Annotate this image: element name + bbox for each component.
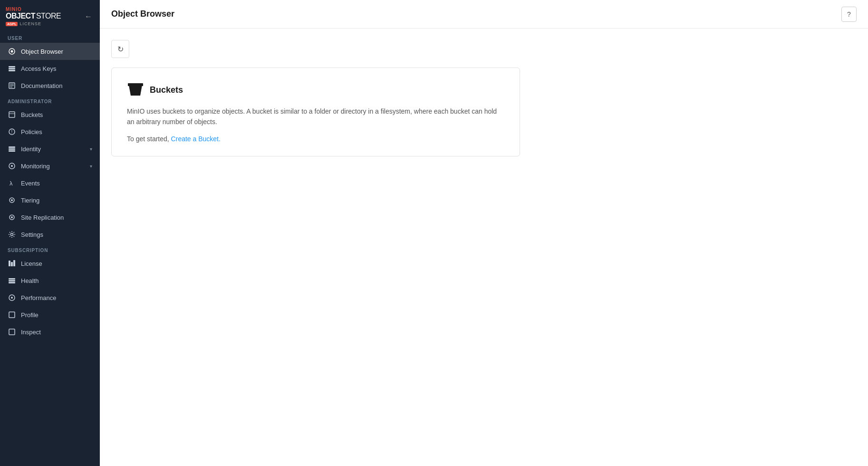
logo-object-text: OBJECT xyxy=(6,12,35,20)
content-area: ↻ Buckets MinIO uses buckets to organize… xyxy=(100,29,868,466)
sidebar-item-object-browser[interactable]: Object Browser xyxy=(0,43,100,60)
info-card-action: To get started, Create a Bucket. xyxy=(127,135,504,143)
tiering-label: Tiering xyxy=(21,197,92,204)
sidebar: MINIO OBJECT STORE AGPL LICENSE ← User O… xyxy=(0,0,100,466)
info-card-header: Buckets xyxy=(127,81,504,98)
create-bucket-link[interactable]: Create a Bucket. xyxy=(171,135,221,143)
sidebar-item-inspect[interactable]: Inspect xyxy=(0,323,100,340)
health-label: Health xyxy=(21,277,92,284)
svg-rect-3 xyxy=(9,68,15,69)
svg-rect-24 xyxy=(9,261,10,266)
profile-label: Profile xyxy=(21,311,92,319)
svg-rect-26 xyxy=(13,260,15,266)
access-keys-label: Access Keys xyxy=(21,65,92,72)
sidebar-item-settings[interactable]: Settings xyxy=(0,226,100,243)
monitoring-label: Monitoring xyxy=(21,163,85,170)
logo-minio-text: MINIO xyxy=(6,7,22,12)
site-replication-icon xyxy=(8,213,16,222)
access-keys-icon xyxy=(8,64,16,73)
tiering-icon xyxy=(8,196,16,204)
settings-icon xyxy=(8,230,16,239)
sidebar-item-health[interactable]: Health xyxy=(0,272,100,289)
identity-icon xyxy=(8,145,16,153)
monitoring-icon xyxy=(8,162,16,170)
inspect-label: Inspect xyxy=(21,329,92,336)
inspect-icon xyxy=(8,328,16,336)
svg-rect-4 xyxy=(9,70,15,71)
svg-rect-29 xyxy=(9,282,15,283)
main-content: Object Browser ? ↻ Buckets MinIO uses bu… xyxy=(100,0,868,466)
identity-chevron-icon: ▾ xyxy=(90,146,92,152)
license-label: License xyxy=(21,260,92,267)
refresh-button[interactable]: ↻ xyxy=(111,40,129,58)
svg-rect-28 xyxy=(9,280,15,282)
sidebar-item-documentation[interactable]: Documentation xyxy=(0,77,100,94)
sidebar-item-performance[interactable]: Performance xyxy=(0,289,100,306)
license-icon xyxy=(8,259,16,268)
sidebar-item-license[interactable]: License xyxy=(0,255,100,272)
sidebar-section-subscription-label: Subscription xyxy=(0,243,100,255)
events-icon: λ xyxy=(8,179,16,187)
logo-agpl-badge: AGPL xyxy=(6,22,18,26)
sidebar-item-monitoring[interactable]: Monitoring ▾ xyxy=(0,157,100,175)
buckets-icon xyxy=(8,110,16,119)
svg-point-31 xyxy=(11,297,13,299)
events-label: Events xyxy=(21,180,92,187)
sidebar-item-access-keys[interactable]: Access Keys xyxy=(0,60,100,77)
svg-rect-34 xyxy=(128,83,143,86)
svg-rect-14 xyxy=(9,148,15,150)
performance-icon xyxy=(8,293,16,302)
logo-license-text: LICENSE xyxy=(19,21,41,26)
logo-area: MINIO OBJECT STORE AGPL LICENSE xyxy=(6,7,61,26)
sidebar-section-administrator-label: Administrator xyxy=(0,94,100,106)
sidebar-item-site-replication[interactable]: Site Replication xyxy=(0,209,100,226)
svg-rect-9 xyxy=(9,112,15,117)
page-title: Object Browser xyxy=(111,9,174,19)
health-icon xyxy=(8,276,16,285)
svg-rect-25 xyxy=(11,262,13,266)
identity-label: Identity xyxy=(21,146,85,153)
profile-icon xyxy=(8,311,16,319)
sidebar-item-policies[interactable]: ! Policies xyxy=(0,123,100,140)
sidebar-item-buckets[interactable]: Buckets xyxy=(0,106,100,123)
info-card-title: Buckets xyxy=(150,85,183,95)
svg-point-22 xyxy=(11,216,13,218)
performance-label: Performance xyxy=(21,294,92,301)
sidebar-item-profile[interactable]: Profile xyxy=(0,306,100,323)
svg-rect-2 xyxy=(9,66,15,68)
policies-icon: ! xyxy=(8,127,16,136)
settings-label: Settings xyxy=(21,231,92,238)
object-browser-label: Object Browser xyxy=(21,48,92,55)
buckets-info-card: Buckets MinIO uses buckets to organize o… xyxy=(111,68,520,156)
sidebar-item-tiering[interactable]: Tiering xyxy=(0,192,100,209)
logo-license-area: AGPL LICENSE xyxy=(6,21,61,26)
sidebar-item-events[interactable]: λ Events xyxy=(0,175,100,192)
object-browser-icon xyxy=(8,47,16,56)
sidebar-header: MINIO OBJECT STORE AGPL LICENSE ← xyxy=(0,0,100,31)
documentation-label: Documentation xyxy=(21,82,92,89)
logo-top: MINIO xyxy=(6,7,61,12)
logo-store-text: STORE xyxy=(36,12,61,20)
svg-rect-32 xyxy=(9,312,15,318)
logo-title-line: OBJECT STORE xyxy=(6,12,61,20)
info-card-description: MinIO uses buckets to organize objects. … xyxy=(127,106,504,127)
svg-rect-27 xyxy=(9,278,15,280)
buckets-label: Buckets xyxy=(21,111,92,118)
svg-rect-13 xyxy=(9,146,15,148)
svg-point-23 xyxy=(11,233,13,236)
top-bar: Object Browser ? xyxy=(100,0,868,29)
sidebar-section-user-label: User xyxy=(0,31,100,43)
buckets-card-icon xyxy=(127,81,144,98)
svg-rect-33 xyxy=(9,329,15,335)
monitoring-chevron-icon: ▾ xyxy=(90,164,92,169)
sidebar-item-identity[interactable]: Identity ▾ xyxy=(0,140,100,157)
documentation-icon xyxy=(8,81,16,90)
help-button[interactable]: ? xyxy=(841,7,857,22)
svg-rect-15 xyxy=(9,150,15,152)
site-replication-label: Site Replication xyxy=(21,214,92,221)
sidebar-collapse-button[interactable]: ← xyxy=(83,10,94,23)
svg-point-20 xyxy=(11,199,13,201)
svg-point-17 xyxy=(11,165,13,167)
svg-text:!: ! xyxy=(11,129,13,135)
svg-text:λ: λ xyxy=(10,180,13,187)
